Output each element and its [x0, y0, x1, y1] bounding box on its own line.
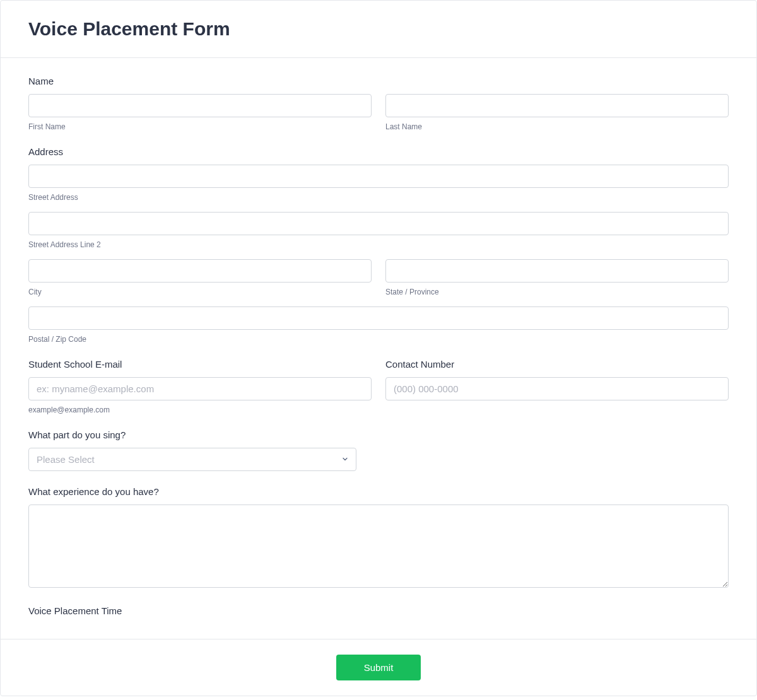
last-name-sublabel: Last Name: [385, 122, 729, 131]
form-body: Name First Name Last Name Address Street…: [1, 58, 756, 639]
phone-label: Contact Number: [385, 359, 729, 370]
submit-button[interactable]: Submit: [336, 655, 421, 680]
phone-input[interactable]: [385, 377, 729, 400]
address-label: Address: [28, 146, 729, 157]
street-address-input[interactable]: [28, 165, 729, 188]
first-name-sublabel: First Name: [28, 122, 372, 131]
email-label: Student School E-mail: [28, 359, 372, 370]
email-field-group: Student School E-mail example@example.co…: [28, 359, 372, 414]
voice-part-label: What part do you sing?: [28, 429, 729, 440]
experience-label: What experience do you have?: [28, 486, 729, 497]
contact-row: Student School E-mail example@example.co…: [28, 359, 729, 414]
placement-time-label: Voice Placement Time: [28, 605, 729, 616]
page-title: Voice Placement Form: [28, 18, 729, 40]
postal-code-input[interactable]: [28, 306, 729, 330]
name-label: Name: [28, 76, 729, 86]
street-address-2-sublabel: Street Address Line 2: [28, 240, 729, 249]
city-sublabel: City: [28, 288, 372, 296]
street-address-sublabel: Street Address: [28, 193, 729, 202]
postal-code-sublabel: Postal / Zip Code: [28, 335, 729, 344]
email-sublabel: example@example.com: [28, 405, 372, 414]
experience-field-group: What experience do you have?: [28, 486, 729, 590]
voice-part-field-group: What part do you sing? Please Select: [28, 429, 729, 471]
address-field-group: Address Street Address Street Address Li…: [28, 146, 729, 344]
form-footer: Submit: [1, 639, 756, 696]
form-container: Voice Placement Form Name First Name Las…: [0, 0, 757, 696]
email-input[interactable]: [28, 377, 372, 400]
last-name-input[interactable]: [385, 94, 729, 117]
city-input[interactable]: [28, 259, 372, 283]
placement-time-field-group: Voice Placement Time: [28, 605, 729, 616]
state-input[interactable]: [385, 259, 729, 283]
street-address-2-input[interactable]: [28, 212, 729, 235]
name-field-group: Name First Name Last Name: [28, 76, 729, 131]
experience-textarea[interactable]: [28, 505, 729, 588]
first-name-input[interactable]: [28, 94, 372, 117]
state-sublabel: State / Province: [385, 288, 729, 296]
form-header: Voice Placement Form: [1, 1, 756, 58]
voice-part-select[interactable]: Please Select: [28, 448, 356, 471]
phone-field-group: Contact Number: [385, 359, 729, 414]
